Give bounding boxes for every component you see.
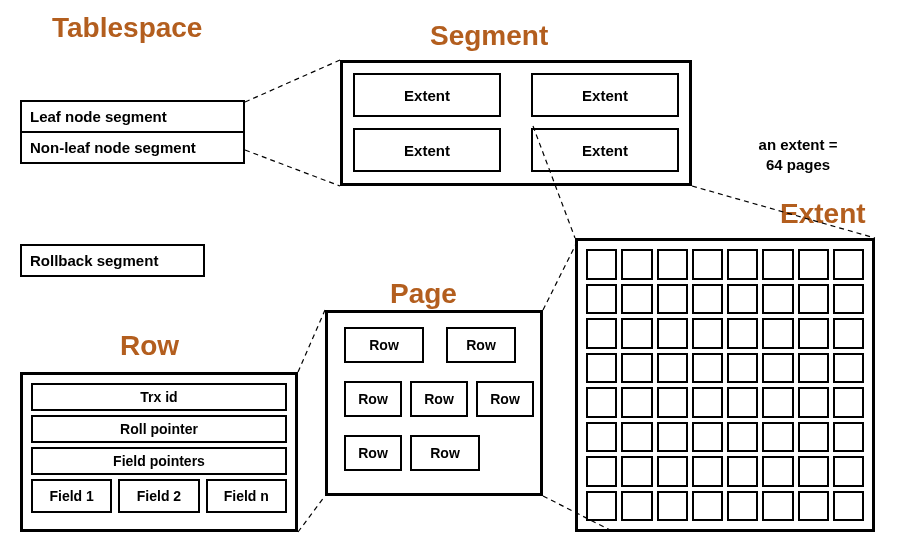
extent-page-cell	[692, 249, 723, 280]
extent-page-cell	[621, 387, 652, 418]
extent-page-cell	[833, 422, 864, 453]
svg-line-7	[298, 496, 325, 532]
segment-box: Extent Extent Extent Extent	[340, 60, 692, 186]
extent-page-cell	[586, 284, 617, 315]
row-field-2: Field 2	[118, 479, 199, 513]
extent-page-cell	[657, 353, 688, 384]
extent-page-cell	[692, 284, 723, 315]
extent-page-cell	[762, 353, 793, 384]
row-box: Trx id Roll pointer Field pointers Field…	[20, 372, 298, 532]
extent-page-cell	[727, 318, 758, 349]
page-box: Row Row Row Row Row Row Row	[325, 310, 543, 496]
title-tablespace: Tablespace	[52, 12, 202, 44]
extent-page-cell	[833, 249, 864, 280]
page-row-cell: Row	[410, 435, 480, 471]
svg-line-0	[245, 60, 340, 102]
svg-line-4	[543, 240, 578, 310]
page-row-cell: Row	[344, 327, 424, 363]
extent-page-cell	[798, 422, 829, 453]
extent-page-cell	[586, 491, 617, 522]
rollback-segment: Rollback segment	[20, 244, 205, 277]
extent-page-cell	[798, 387, 829, 418]
extent-page-cell	[692, 422, 723, 453]
extent-page-cell	[621, 491, 652, 522]
extent-page-cell	[657, 491, 688, 522]
extent-page-cell	[621, 353, 652, 384]
extent-page-cell	[657, 284, 688, 315]
page-row-cell: Row	[410, 381, 468, 417]
segment-non-leaf-node: Non-leaf node segment	[22, 133, 243, 162]
extent-page-cell	[833, 284, 864, 315]
extent-page-cell	[833, 456, 864, 487]
extent-page-cell	[657, 422, 688, 453]
extent-page-cell	[762, 318, 793, 349]
extent-page-cell	[657, 318, 688, 349]
extent-page-cell	[657, 387, 688, 418]
extent-page-cell	[586, 422, 617, 453]
page-row-cell: Row	[476, 381, 534, 417]
extent-cell: Extent	[531, 128, 679, 172]
note-line2: 64 pages	[766, 156, 830, 173]
extent-page-cell	[657, 456, 688, 487]
title-page: Page	[390, 278, 457, 310]
row-roll-pointer: Roll pointer	[31, 415, 287, 443]
extent-page-cell	[657, 249, 688, 280]
extent-page-cell	[727, 249, 758, 280]
extent-page-cell	[586, 387, 617, 418]
extent-page-cell	[727, 353, 758, 384]
row-field-1: Field 1	[31, 479, 112, 513]
extent-page-cell	[798, 284, 829, 315]
extent-page-cell	[727, 387, 758, 418]
row-trx-id: Trx id	[31, 383, 287, 411]
extent-page-cell	[621, 318, 652, 349]
extent-page-cell	[762, 387, 793, 418]
extent-page-cell	[621, 422, 652, 453]
extent-page-cell	[586, 249, 617, 280]
extent-page-cell	[727, 456, 758, 487]
extent-page-cell	[727, 284, 758, 315]
extent-page-cell	[833, 387, 864, 418]
extent-page-cell	[833, 353, 864, 384]
title-row: Row	[120, 330, 179, 362]
row-field-pointers: Field pointers	[31, 447, 287, 475]
extent-page-cell	[798, 491, 829, 522]
extent-page-cell	[621, 456, 652, 487]
extent-page-cell	[762, 284, 793, 315]
title-segment: Segment	[430, 20, 548, 52]
extent-page-cell	[692, 456, 723, 487]
extent-page-cell	[621, 284, 652, 315]
extent-box	[575, 238, 875, 532]
extent-page-cell	[762, 491, 793, 522]
extent-page-cell	[727, 491, 758, 522]
extent-page-cell	[727, 422, 758, 453]
page-row-cell: Row	[446, 327, 516, 363]
extent-page-cell	[692, 491, 723, 522]
extent-page-cell	[762, 422, 793, 453]
extent-page-cell	[833, 491, 864, 522]
extent-page-cell	[762, 249, 793, 280]
extent-page-cell	[586, 456, 617, 487]
row-field-n: Field n	[206, 479, 287, 513]
extent-page-cell	[692, 318, 723, 349]
extent-page-cell	[798, 353, 829, 384]
extent-page-cell	[798, 318, 829, 349]
extent-page-cell	[798, 456, 829, 487]
extent-page-cell	[833, 318, 864, 349]
svg-line-6	[298, 310, 325, 372]
extent-page-cell	[586, 318, 617, 349]
extent-cell: Extent	[353, 73, 501, 117]
extent-page-cell	[798, 249, 829, 280]
svg-line-1	[245, 150, 340, 186]
title-extent: Extent	[780, 198, 866, 230]
tablespace-segment-list: Leaf node segment Non-leaf node segment	[20, 100, 245, 164]
extent-page-cell	[692, 353, 723, 384]
extent-note: an extent = 64 pages	[723, 135, 873, 174]
page-row-cell: Row	[344, 381, 402, 417]
extent-page-cell	[621, 249, 652, 280]
note-line1: an extent =	[759, 136, 838, 153]
extent-page-cell	[762, 456, 793, 487]
extent-page-cell	[586, 353, 617, 384]
extent-cell: Extent	[531, 73, 679, 117]
extent-cell: Extent	[353, 128, 501, 172]
extent-page-cell	[692, 387, 723, 418]
